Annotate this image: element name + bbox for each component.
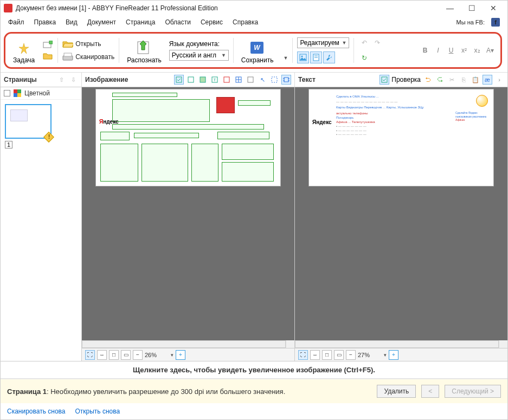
new-tab-icon[interactable] — [42, 40, 53, 50]
zoom-in-icon[interactable]: + — [389, 350, 398, 360]
small-folder-icon[interactable] — [42, 51, 53, 61]
color-mode-icon[interactable] — [14, 89, 21, 97]
yandex-ball-icon — [476, 95, 488, 107]
paste-icon[interactable]: 📋 — [471, 75, 480, 85]
fit-width-icon[interactable]: ↔ — [97, 350, 107, 360]
svg-rect-27 — [17, 89, 21, 93]
img-tool-block-icon[interactable] — [198, 75, 208, 85]
tool-image-icon[interactable] — [297, 51, 309, 63]
chevron-down-icon: ▼ — [342, 40, 346, 46]
fit-page-icon[interactable]: ▭ — [334, 350, 344, 360]
fit-page-icon[interactable]: ▭ — [121, 350, 131, 360]
svg-point-9 — [301, 56, 303, 57]
svg-rect-26 — [14, 89, 17, 93]
save-dropdown-icon[interactable]: ▼ — [283, 55, 288, 61]
page-thumbnail[interactable] — [5, 104, 52, 139]
font-style-button[interactable]: A▾ — [484, 44, 496, 56]
svg-rect-4 — [64, 53, 72, 56]
menu-page[interactable]: Страница — [121, 17, 159, 28]
cut-icon[interactable]: ✂ — [447, 75, 456, 85]
rescan-link[interactable]: Сканировать снова — [7, 408, 65, 415]
verify-icon[interactable] — [380, 75, 389, 85]
prev-err-icon[interactable]: ⮌ — [423, 75, 433, 85]
pages-panel: Цветной 1 — [1, 87, 82, 361]
zoom-out-icon[interactable]: − — [346, 350, 356, 360]
text-zoom-value[interactable]: 27% — [358, 352, 380, 358]
text-canvas[interactable]: Яндекс Сделать в ОМА Улюлюсы ... — — — —… — [295, 87, 507, 340]
img-tool-pic-icon[interactable] — [222, 75, 232, 85]
fit-1to1-icon[interactable]: □ — [322, 350, 332, 360]
zoom-hint[interactable]: Щелкните здесь, чтобы увидеть увеличенно… — [1, 361, 507, 379]
redo-green-icon[interactable]: ↻ — [358, 52, 370, 64]
minimize-button[interactable]: — — [439, 1, 461, 15]
reopen-link[interactable]: Открыть снова — [75, 408, 120, 415]
menu-help[interactable]: Справка — [228, 17, 262, 28]
menu-file[interactable]: Файл — [4, 17, 29, 28]
window-title: Документ без имени [1] - ABBYY FineReade… — [16, 4, 439, 12]
task-label: Задача — [13, 56, 35, 64]
h-scrollbar[interactable] — [82, 340, 286, 348]
maximize-button[interactable]: ☐ — [461, 1, 483, 15]
warning-badge-icon — [43, 132, 54, 143]
select-all-checkbox[interactable] — [4, 90, 10, 96]
svg-rect-23 — [272, 77, 277, 82]
subscript-button[interactable]: x₂ — [471, 44, 483, 56]
menu-areas[interactable]: Области — [160, 17, 195, 28]
edit-mode-select[interactable]: Редактируем ▼ — [297, 37, 349, 48]
fit-1to1-icon[interactable]: □ — [109, 350, 119, 360]
save-group[interactable]: W Сохранить — [238, 37, 277, 64]
page-up-icon[interactable]: ⇧ — [56, 75, 66, 85]
special-char-icon[interactable]: æ — [483, 75, 492, 85]
underline-button[interactable]: U — [445, 44, 457, 56]
recognize-group[interactable]: Распознать — [124, 37, 165, 64]
superscript-button[interactable]: x² — [458, 44, 470, 56]
v-scrollbar[interactable] — [286, 340, 294, 348]
zoom-in-icon[interactable]: + — [176, 350, 185, 360]
chevron-down-icon[interactable]: ▾ — [171, 352, 173, 358]
verify-label[interactable]: Проверка — [391, 76, 421, 83]
chevron-down-icon[interactable]: ▾ — [384, 352, 387, 358]
title-bar: Документ без имени [1] - ABBYY FineReade… — [1, 1, 507, 16]
menu-service[interactable]: Сервис — [196, 17, 227, 28]
next-warn-button[interactable]: Следующий > — [445, 385, 501, 398]
undo-icon[interactable]: ↶ — [358, 37, 370, 49]
fit-width-icon[interactable]: ↔ — [310, 350, 320, 360]
img-tool-table-icon[interactable] — [234, 75, 243, 85]
fit-window-icon[interactable]: ⛶ — [298, 350, 308, 360]
fb-link[interactable]: Мы на FB: f — [448, 16, 505, 29]
page-down-icon[interactable]: ⇩ — [68, 75, 78, 85]
img-tool-select-icon[interactable] — [269, 75, 279, 85]
close-button[interactable]: ✕ — [483, 1, 504, 15]
menu-view[interactable]: Вид — [61, 17, 82, 28]
redo-icon[interactable]: ↷ — [371, 37, 383, 49]
bold-button[interactable]: B — [419, 44, 431, 56]
zoom-out-icon[interactable]: − — [133, 350, 143, 360]
image-zoom-value[interactable]: 26% — [145, 352, 166, 358]
fit-window-icon[interactable]: ⛶ — [85, 350, 95, 360]
copy-icon[interactable]: ⎘ — [459, 75, 468, 85]
prev-warn-button[interactable]: < — [421, 385, 439, 398]
img-tool-crop-icon[interactable] — [281, 75, 291, 85]
next-err-icon[interactable]: ⮎ — [435, 75, 445, 85]
tool-page-icon[interactable] — [310, 51, 322, 63]
img-tool-analyze-icon[interactable] — [186, 75, 196, 85]
img-tool-read-icon[interactable] — [174, 75, 184, 85]
img-tool-text-icon[interactable]: T — [210, 75, 220, 85]
h-scrollbar[interactable] — [295, 340, 499, 348]
delete-button[interactable]: Удалить — [377, 385, 416, 398]
open-button[interactable]: Открыть — [62, 38, 114, 50]
img-tool-barcode-icon[interactable] — [246, 75, 255, 85]
image-canvas[interactable]: Яндекс — [82, 87, 294, 340]
img-tool-pointer-icon[interactable]: ↖ — [258, 75, 267, 85]
italic-button[interactable]: I — [432, 44, 444, 56]
task-group[interactable]: Задача — [10, 37, 38, 64]
language-select[interactable]: Русский и англ ▼ — [169, 50, 229, 61]
scanner-icon — [62, 52, 73, 62]
menu-document[interactable]: Документ — [83, 17, 120, 28]
menu-edit[interactable]: Правка — [30, 17, 61, 28]
tool-wrench-icon[interactable] — [323, 51, 335, 63]
scan-button[interactable]: Сканировать — [62, 51, 114, 63]
chevron-right-icon[interactable]: › — [494, 75, 504, 85]
v-scrollbar[interactable] — [499, 340, 507, 348]
image-view-panel: Яндекс ⛶ ↔ □ ▭ − 26% ▾ + — [82, 87, 295, 361]
